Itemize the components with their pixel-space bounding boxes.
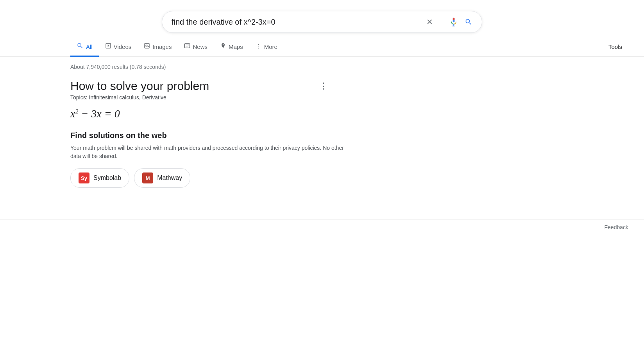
search-bar: ✕ xyxy=(162,11,482,33)
play-icon xyxy=(105,43,111,50)
tab-more[interactable]: ⋮ More xyxy=(249,38,284,56)
main-content: ⋮ How to solve your problem Topics: Infi… xyxy=(0,73,352,203)
tab-images[interactable]: Images xyxy=(138,38,178,56)
svg-rect-1 xyxy=(453,18,455,20)
nav-tools: Tools xyxy=(602,39,644,56)
search-submit-icon[interactable] xyxy=(462,15,476,29)
tab-tools-label: Tools xyxy=(608,43,622,50)
divider xyxy=(441,16,441,27)
search-input[interactable] xyxy=(172,18,423,27)
mathway-logo: M xyxy=(142,172,153,183)
nav-tabs: All Videos Images xyxy=(0,38,644,57)
solve-title: How to solve your problem xyxy=(70,79,352,93)
tab-videos[interactable]: Videos xyxy=(99,38,138,56)
tab-tools[interactable]: Tools xyxy=(602,39,628,56)
search-icon xyxy=(77,42,84,51)
tab-videos-label: Videos xyxy=(114,43,132,50)
tab-more-label: More xyxy=(264,43,277,50)
tab-news-label: News xyxy=(193,43,208,50)
find-solutions-desc: Your math problem will be shared with ma… xyxy=(70,144,352,160)
svg-marker-6 xyxy=(107,45,109,47)
symbolab-button[interactable]: Sy Symbolab xyxy=(70,168,129,188)
bottom-bar: Feedback xyxy=(0,219,644,235)
symbolab-logo: Sy xyxy=(79,172,89,183)
tab-images-label: Images xyxy=(152,43,172,50)
results-summary: About 7,940,000 results (0.78 seconds) xyxy=(0,57,644,73)
mathway-label: Mathway xyxy=(157,174,182,181)
tab-all[interactable]: All xyxy=(70,38,99,57)
solve-card: ⋮ How to solve your problem Topics: Infi… xyxy=(70,79,352,203)
tab-maps[interactable]: Maps xyxy=(214,38,249,56)
clear-icon[interactable]: ✕ xyxy=(423,17,436,27)
solve-topics: Topics: Infinitesimal calculus, Derivati… xyxy=(70,94,352,101)
math-formula: x2 − 3x = 0 xyxy=(70,108,352,120)
symbolab-label: Symbolab xyxy=(93,174,121,181)
find-solutions-title: Find solutions on the web xyxy=(70,131,352,140)
microphone-icon[interactable] xyxy=(447,16,460,28)
feedback-label[interactable]: Feedback xyxy=(605,224,628,230)
mathway-button[interactable]: M Mathway xyxy=(134,168,190,188)
tab-maps-label: Maps xyxy=(229,43,243,50)
providers-row: Sy Symbolab M Mathway xyxy=(70,168,352,188)
search-bar-container: ✕ xyxy=(0,0,644,33)
news-icon xyxy=(184,43,190,50)
more-options-button[interactable]: ⋮ xyxy=(319,81,328,91)
image-icon xyxy=(144,43,150,50)
more-dots-icon: ⋮ xyxy=(256,43,262,50)
tab-news[interactable]: News xyxy=(178,38,214,56)
svg-point-8 xyxy=(146,45,147,45)
tab-all-label: All xyxy=(86,43,93,50)
map-pin-icon xyxy=(220,43,226,50)
